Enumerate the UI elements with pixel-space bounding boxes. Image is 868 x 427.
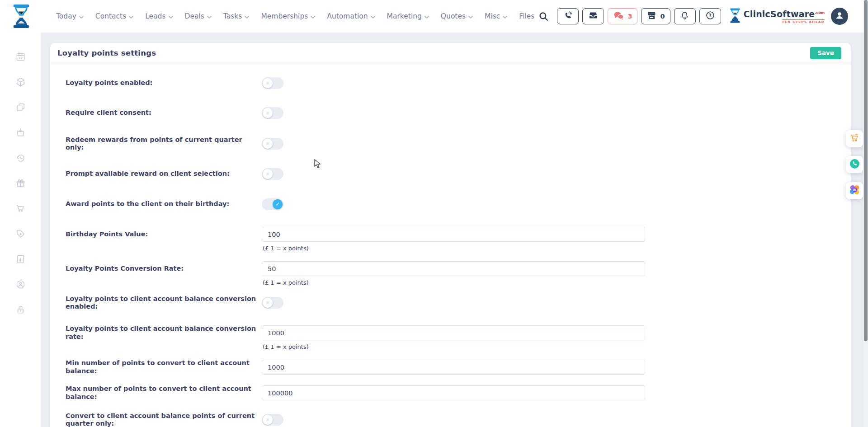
toggle-switch[interactable]: ✕ <box>262 107 283 119</box>
chevron-down-icon <box>468 12 473 20</box>
nav-item-label: Contacts <box>95 12 126 20</box>
field-hint: (£ 1 = x points) <box>263 279 309 286</box>
sidebar-item-products-icon[interactable] <box>15 78 26 88</box>
main-nav: TodayContactsLeadsDealsTasksMembershipsA… <box>56 0 534 33</box>
chevron-down-icon <box>245 12 249 20</box>
reports-icon <box>15 254 26 266</box>
chevron-down-icon <box>311 12 315 20</box>
person-icon <box>834 10 845 23</box>
nav-item-deals[interactable]: Deals <box>185 12 212 20</box>
save-button[interactable]: Save <box>810 47 841 59</box>
page-title: Loyalty points settings <box>57 49 156 57</box>
history-icon <box>15 153 26 165</box>
toggle-switch[interactable]: ✕ <box>262 168 283 180</box>
search-icon[interactable] <box>538 11 549 22</box>
whatsapp-icon <box>849 158 860 171</box>
field-label: Max number of points to convert to clien… <box>66 385 262 401</box>
field-label: Loyalty Points Conversion Rate: <box>66 265 262 272</box>
field-label: Prompt available reward on client select… <box>66 170 262 178</box>
nav-item-quotes[interactable]: Quotes <box>441 12 473 20</box>
storefront-icon <box>646 10 657 23</box>
text-input[interactable] <box>262 227 645 242</box>
nav-item-misc[interactable]: Misc <box>485 12 507 20</box>
phone-button[interactable] <box>557 8 579 24</box>
field-label: Loyalty points enabled: <box>66 79 262 87</box>
floating-whatsapp-button[interactable] <box>846 156 863 173</box>
nav-item-leads[interactable]: Leads <box>145 12 173 20</box>
products-icon <box>15 77 26 89</box>
field-hint: (£ 1 = x points) <box>263 343 309 350</box>
text-input[interactable] <box>262 261 645 276</box>
cross-icon: ✕ <box>263 108 273 118</box>
cross-icon: ✕ <box>263 415 273 425</box>
toggle-switch[interactable]: ✕ <box>262 414 283 426</box>
notifications-button[interactable] <box>674 8 696 24</box>
nav-item-label: Misc <box>485 12 500 20</box>
svg-text:12: 12 <box>18 56 23 60</box>
toggle-switch[interactable]: ✕ <box>262 77 283 89</box>
sidebar-item-pricing-tag-icon[interactable]: $ <box>15 230 26 240</box>
form-row: Loyalty points to client account balance… <box>66 297 841 309</box>
nav-item-memberships[interactable]: Memberships <box>261 12 315 20</box>
sidebar-item-security-lock-icon[interactable] <box>15 305 26 316</box>
form-row: Loyalty Points Conversion Rate:(£ 1 = x … <box>66 261 841 276</box>
sidebar-item-shopping-cart-icon[interactable] <box>15 204 26 215</box>
hourglass-small-icon <box>729 8 741 25</box>
sidebar-item-history-icon[interactable] <box>15 154 26 164</box>
field-hint: (£ 1 = x points) <box>263 245 309 252</box>
cross-icon: ✕ <box>263 78 273 88</box>
cross-icon: ✕ <box>263 169 273 179</box>
scrollbar-thumb[interactable] <box>864 0 868 341</box>
check-icon: ✓ <box>273 199 283 209</box>
duplicates-icon <box>15 102 26 114</box>
inbox-button[interactable] <box>582 8 604 24</box>
page-scrollbar <box>863 0 868 427</box>
logo-wordmark: ClinicSoftware.com <box>744 9 825 19</box>
chat-bubbles-icon <box>613 11 624 22</box>
sidebar-item-calendar-icon[interactable]: 12 <box>15 52 26 63</box>
form-row: Min number of points to convert to clien… <box>66 360 841 375</box>
field-label: Award points to the client on their birt… <box>66 200 262 208</box>
text-input[interactable] <box>262 385 645 400</box>
inbox-icon <box>588 10 598 22</box>
sidebar-item-account-icon[interactable] <box>15 280 26 291</box>
form-row: Birthday Points Value:(£ 1 = x points) <box>66 227 841 242</box>
field-label: Convert to client account balance points… <box>66 412 262 427</box>
sidebar-item-basket-icon[interactable] <box>15 128 26 139</box>
calendar-icon: 12 <box>15 52 26 64</box>
sidebar-item-duplicates-icon[interactable] <box>15 103 26 113</box>
chat-button[interactable]: 3 <box>608 8 637 24</box>
user-avatar[interactable] <box>831 8 848 25</box>
floating-cart-button[interactable] <box>846 130 863 147</box>
account-icon <box>15 279 26 291</box>
nav-item-label: Tasks <box>223 12 242 20</box>
nav-item-marketing[interactable]: Marketing <box>387 12 429 20</box>
nav-item-label: Automation <box>327 12 368 20</box>
chevron-down-icon <box>129 12 133 20</box>
register-button[interactable]: 0 <box>641 8 670 24</box>
chevron-down-icon <box>425 12 429 20</box>
content-area: Loyalty points settings Save Loyalty poi… <box>41 33 868 427</box>
nav-item-tasks[interactable]: Tasks <box>223 12 250 20</box>
nav-item-today[interactable]: Today <box>56 12 84 20</box>
nav-item-label: Leads <box>145 12 165 20</box>
nav-item-contacts[interactable]: Contacts <box>95 12 133 20</box>
chevron-down-icon <box>503 12 507 20</box>
help-button[interactable]: ? <box>699 8 721 24</box>
field-label: Require client consent: <box>66 109 262 117</box>
hourglass-logo-icon[interactable] <box>12 5 31 28</box>
settings-card: Loyalty points settings Save Loyalty poi… <box>50 43 851 427</box>
text-input[interactable] <box>262 360 645 375</box>
toggle-switch[interactable]: ✕ <box>262 297 283 309</box>
nav-item-files[interactable]: Files <box>519 12 534 20</box>
form-row: Award points to the client on their birt… <box>66 198 841 210</box>
sidebar-item-reports-icon[interactable] <box>15 255 26 265</box>
floating-ai-button[interactable]: AI <box>846 182 863 199</box>
nav-item-automation[interactable]: Automation <box>327 12 375 20</box>
toggle-switch[interactable]: ✕ <box>262 138 283 150</box>
sidebar-item-gifts-icon[interactable] <box>15 179 26 189</box>
text-input[interactable] <box>262 325 645 340</box>
cart-orange-icon <box>849 133 860 145</box>
toggle-switch[interactable]: ✓ <box>262 198 283 210</box>
nav-item-label: Today <box>56 12 76 20</box>
